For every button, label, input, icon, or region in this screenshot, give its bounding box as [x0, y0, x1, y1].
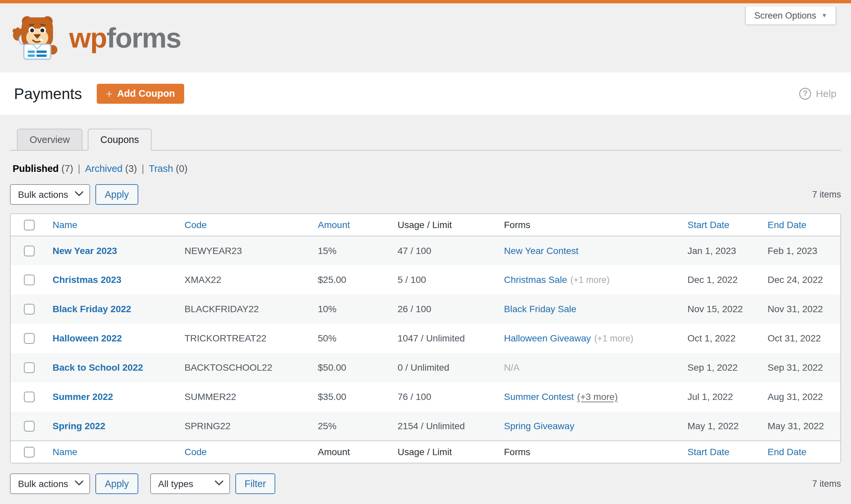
select-all-checkbox[interactable]	[24, 447, 35, 457]
form-na-label: N/A	[504, 362, 520, 373]
row-checkbox[interactable]	[24, 304, 35, 314]
coupon-amount-cell: $35.00	[308, 382, 387, 412]
caret-down-icon: ▼	[821, 12, 827, 19]
apply-button[interactable]: Apply	[95, 184, 138, 205]
coupon-start-cell: Jul 1, 2022	[677, 382, 758, 412]
form-link[interactable]: New Year Contest	[504, 246, 578, 256]
add-coupon-button[interactable]: + Add Coupon	[97, 84, 184, 104]
tab-overview[interactable]: Overview	[17, 129, 83, 150]
content: Overview Coupons Published (7)|Archived …	[0, 129, 851, 494]
select-all-checkbox[interactable]	[24, 220, 35, 230]
coupon-name-link[interactable]: Back to School 2022	[53, 362, 143, 373]
coupon-end-cell: Dec 24, 2022	[758, 265, 840, 294]
page-header: Payments + Add Coupon ? Help	[0, 72, 851, 115]
column-header-amount[interactable]: Amount	[308, 214, 387, 236]
coupon-start-cell: Nov 15, 2022	[677, 294, 758, 324]
masthead: wpforms Screen Options ▼	[0, 3, 851, 72]
form-link[interactable]: Halloween Giveaway	[504, 333, 591, 343]
tab-bar: Overview Coupons	[10, 129, 841, 150]
coupon-code-cell: SPRING22	[175, 412, 308, 441]
coupon-name-link[interactable]: Halloween 2022	[53, 333, 122, 343]
plus-icon: +	[106, 88, 113, 100]
coupon-end-cell: May 31, 2022	[758, 412, 840, 441]
items-count: 7 items	[812, 479, 841, 489]
coupon-name-link[interactable]: Black Friday 2022	[53, 304, 131, 314]
tablenav-bottom: Bulk actions Apply All types Filter 7 it…	[10, 473, 841, 494]
column-header-start-date[interactable]: Start Date	[677, 214, 758, 236]
coupon-name-link[interactable]: Christmas 2023	[53, 275, 121, 285]
view-published-link[interactable]: Published	[13, 163, 59, 174]
table-header-row: Name Code Amount Usage / Limit Forms Sta…	[11, 214, 840, 236]
column-header-name[interactable]: Name	[36, 214, 175, 236]
coupon-name-link[interactable]: Summer 2022	[53, 392, 113, 402]
coupon-start-cell: May 1, 2022	[677, 412, 758, 441]
table-row: Halloween 2022 TRICKORTREAT22 50% 1047 /…	[11, 324, 840, 353]
coupon-code-cell: SUMMER22	[175, 382, 308, 412]
form-link[interactable]: Black Friday Sale	[504, 304, 576, 314]
coupon-start-cell: Oct 1, 2022	[677, 324, 758, 353]
row-checkbox[interactable]	[24, 421, 35, 432]
coupon-code-cell: BLACKFRIDAY22	[175, 294, 308, 324]
coupon-amount-cell: 50%	[308, 324, 387, 353]
coupon-usage-cell: 47 / 100	[387, 236, 494, 265]
form-link[interactable]: Summer Contest	[504, 392, 574, 402]
column-footer-end-date[interactable]: End Date	[758, 441, 840, 463]
trash-count: (0)	[176, 163, 187, 174]
type-filter-select[interactable]: All types	[150, 473, 230, 494]
table-footer-row: Name Code Amount Usage / Limit Forms Sta…	[11, 441, 840, 463]
coupon-forms-cell: N/A	[494, 353, 677, 382]
coupon-amount-cell: 10%	[308, 294, 387, 324]
coupon-forms-cell: Halloween Giveaway(+1 more)	[494, 324, 677, 353]
row-checkbox[interactable]	[24, 246, 35, 256]
column-footer-forms: Forms	[494, 441, 677, 463]
wordmark-wp: wp	[69, 22, 107, 54]
form-link[interactable]: Christmas Sale	[504, 275, 567, 285]
coupon-end-cell: Feb 1, 2023	[758, 236, 840, 265]
table-row: Spring 2022 SPRING22 25% 2154 / Unlimite…	[11, 412, 840, 441]
column-header-code[interactable]: Code	[175, 214, 308, 236]
coupon-usage-cell: 26 / 100	[387, 294, 494, 324]
column-footer-name[interactable]: Name	[36, 441, 175, 463]
table-row: New Year 2023 NEWYEAR23 15% 47 / 100 New…	[11, 236, 840, 265]
view-separator: |	[73, 163, 85, 174]
view-archived-link[interactable]: Archived	[85, 163, 123, 174]
coupon-amount-cell: $25.00	[308, 265, 387, 294]
column-header-end-date[interactable]: End Date	[758, 214, 840, 236]
column-header-forms: Forms	[494, 214, 677, 236]
coupon-start-cell: Sep 1, 2022	[677, 353, 758, 382]
help-label: Help	[816, 88, 836, 100]
view-separator: |	[137, 163, 149, 174]
archived-count: (3)	[125, 163, 137, 174]
screen-options-button[interactable]: Screen Options ▼	[745, 7, 836, 25]
column-footer-usage: Usage / Limit	[387, 441, 494, 463]
coupon-usage-cell: 1047 / Unlimited	[387, 324, 494, 353]
apply-button[interactable]: Apply	[95, 473, 138, 494]
help-link[interactable]: ? Help	[799, 88, 836, 100]
wpforms-logo: wpforms	[12, 14, 181, 61]
coupon-code-cell: TRICKORTREAT22	[175, 324, 308, 353]
coupon-code-cell: BACKTOSCHOOL22	[175, 353, 308, 382]
coupon-usage-cell: 0 / Unlimited	[387, 353, 494, 382]
coupon-name-link[interactable]: Spring 2022	[53, 421, 105, 431]
row-checkbox[interactable]	[24, 275, 35, 285]
column-footer-amount: Amount	[308, 441, 387, 463]
table-row: Black Friday 2022 BLACKFRIDAY22 10% 26 /…	[11, 294, 840, 324]
coupon-name-link[interactable]: New Year 2023	[53, 246, 117, 256]
form-more-link[interactable]: (+3 more)	[577, 392, 618, 402]
view-trash-link[interactable]: Trash	[149, 163, 173, 174]
row-checkbox[interactable]	[24, 333, 35, 344]
column-footer-code[interactable]: Code	[175, 441, 308, 463]
coupon-start-cell: Dec 1, 2022	[677, 265, 758, 294]
bulk-actions-select[interactable]: Bulk actions	[10, 184, 90, 205]
filter-button[interactable]: Filter	[235, 473, 275, 494]
top-accent-bar	[0, 0, 851, 3]
row-checkbox[interactable]	[24, 362, 35, 373]
coupon-forms-cell: Christmas Sale(+1 more)	[494, 265, 677, 294]
row-checkbox[interactable]	[24, 392, 35, 402]
coupon-amount-cell: $50.00	[308, 353, 387, 382]
tab-coupons[interactable]: Coupons	[88, 129, 151, 150]
bulk-actions-select[interactable]: Bulk actions	[10, 473, 90, 494]
column-footer-start-date[interactable]: Start Date	[677, 441, 758, 463]
coupon-forms-cell: Summer Contest(+3 more)	[494, 382, 677, 412]
form-link[interactable]: Spring Giveaway	[504, 421, 575, 431]
